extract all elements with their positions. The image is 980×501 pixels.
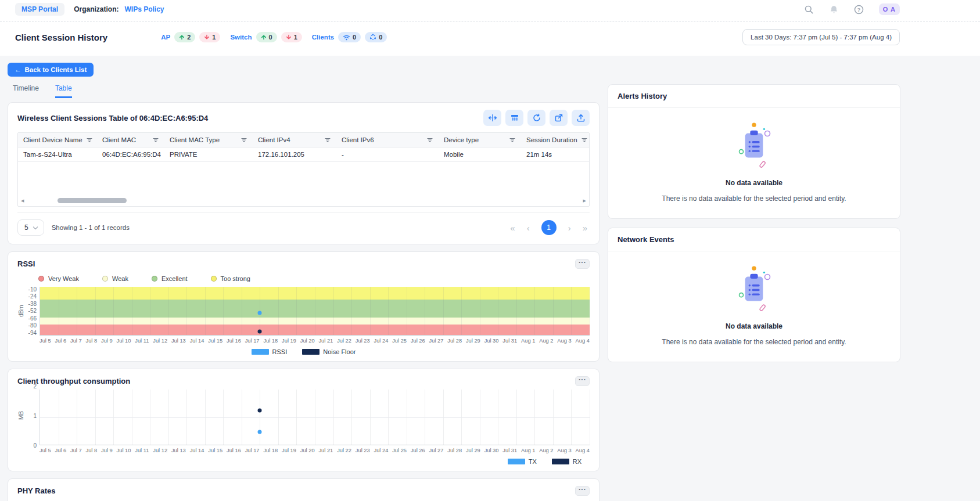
filter-icon[interactable]	[509, 136, 516, 143]
y-axis: -10-24-38-52-66-80-94	[24, 287, 40, 336]
gridline	[168, 287, 169, 335]
more-options-icon[interactable]: ...	[575, 376, 590, 386]
switch-stat-label[interactable]: Switch	[230, 34, 252, 41]
scroll-right-icon[interactable]: ▶	[583, 199, 586, 203]
open-external-button[interactable]	[550, 110, 568, 126]
rssi-card: RSSI ... Very WeakWeakExcellentToo stron…	[8, 251, 600, 362]
help-icon[interactable]: ?	[854, 5, 864, 15]
threshold-legend: Very WeakWeakExcellentToo strong	[38, 275, 590, 282]
legend-item: Too strong	[211, 275, 250, 282]
horizontal-scrollbar[interactable]: ◀ ▶	[18, 197, 589, 206]
network-events-card: Network Events	[608, 228, 900, 362]
export-button[interactable]	[572, 110, 590, 126]
notifications-bell-icon[interactable]	[829, 5, 839, 15]
column-header-label: Client Device Name	[23, 136, 82, 143]
column-header-label: Device type	[444, 136, 479, 143]
x-tick-label: Jul 12	[153, 338, 167, 344]
plot-region	[40, 390, 590, 445]
scrollbar-track[interactable]	[27, 198, 580, 203]
switch-up-count: 0	[269, 34, 272, 41]
wired-clients-badge[interactable]: 0	[365, 32, 387, 42]
page-size-value: 5	[24, 224, 28, 232]
ap-up-badge[interactable]: 2	[174, 32, 195, 42]
x-tick-label: Jul 9	[101, 338, 113, 344]
page-size-select[interactable]: 5	[17, 219, 44, 236]
y-tick-label: 1	[33, 413, 37, 419]
scroll-left-icon[interactable]: ◀	[21, 199, 24, 203]
search-icon[interactable]	[804, 5, 814, 15]
table-cell: 06:4D:EC:A6:95:D4	[97, 147, 164, 162]
weak-swatch-icon	[102, 276, 108, 282]
x-tick-label: Jul 5	[40, 448, 51, 453]
rssi-data-point	[258, 311, 262, 315]
wired-clients-count: 0	[379, 34, 382, 41]
entity-stats: AP 2 1 Switch 0 1 Clients 0	[161, 32, 387, 42]
gridline	[95, 287, 96, 335]
legend-item: TX	[508, 458, 537, 465]
x-tick-label: Jul 25	[392, 448, 407, 453]
columns-icon	[510, 113, 519, 122]
filter-icon[interactable]	[86, 136, 93, 143]
gridline	[590, 287, 590, 335]
table-row[interactable]: Tam-s-S24-Ultra06:4D:EC:A6:95:D4PRIVATE1…	[18, 147, 589, 162]
ap-stat-label[interactable]: AP	[161, 34, 170, 41]
msp-portal-link[interactable]: MSP Portal	[15, 3, 64, 16]
more-options-icon[interactable]: ...	[575, 486, 590, 496]
noise-floor-data-point	[258, 329, 262, 333]
first-page-button[interactable]: «	[510, 224, 515, 232]
x-tick-label: Jul 7	[70, 338, 82, 344]
gridline	[40, 417, 590, 418]
table-head: Client Device NameClient MACClient MAC T…	[18, 133, 589, 147]
switch-up-badge[interactable]: 0	[256, 32, 277, 42]
table-cell: Tam-s-S24-Ultra	[18, 147, 97, 162]
fit-columns-button[interactable]	[483, 110, 501, 126]
wireless-clients-badge[interactable]: 0	[338, 32, 361, 42]
table-empty-space	[18, 162, 589, 197]
x-tick-label: Jul 8	[86, 448, 98, 453]
current-page-button[interactable]: 1	[541, 220, 557, 235]
legend-label: Noise Floor	[323, 348, 356, 355]
filter-icon[interactable]	[152, 136, 159, 143]
legend-item: RX	[552, 458, 581, 465]
tab-timeline[interactable]: Timeline	[13, 84, 39, 98]
x-tick-label: Jul 13	[171, 338, 186, 344]
more-options-icon[interactable]: ...	[575, 259, 590, 269]
next-page-button[interactable]: ›	[568, 224, 571, 232]
rx-swatch-icon	[552, 459, 569, 464]
x-tick-label: Aug 3	[557, 338, 571, 344]
filter-icon[interactable]	[581, 136, 588, 143]
previous-page-button[interactable]: ‹	[527, 224, 530, 232]
columns-button[interactable]	[505, 110, 523, 126]
clients-stat-label[interactable]: Clients	[312, 34, 334, 41]
x-tick-label: Jul 6	[55, 338, 67, 344]
organization-name-link[interactable]: WIPs Policy	[124, 5, 164, 13]
alerts-history-title: Alerts History	[618, 92, 667, 100]
date-range-picker[interactable]: Last 30 Days: 7:37 pm (Jul 5) - 7:37 pm …	[742, 29, 900, 45]
records-summary: Showing 1 - 1 of 1 records	[52, 224, 130, 231]
x-tick-label: Jul 23	[356, 448, 370, 453]
x-tick-label: Jul 25	[392, 338, 407, 344]
table-container: Client Device NameClient MACClient MAC T…	[17, 132, 590, 207]
back-to-clients-button[interactable]: ← Back to Clients List	[8, 63, 94, 77]
last-page-button[interactable]: »	[583, 224, 587, 232]
gridline	[461, 287, 462, 335]
x-tick-label: Jul 28	[447, 338, 462, 344]
excellent-swatch-icon	[152, 276, 157, 282]
x-tick-label: Jul 28	[447, 448, 462, 453]
scrollbar-thumb[interactable]	[58, 198, 127, 203]
filter-icon[interactable]	[324, 136, 331, 143]
legend-label: RX	[573, 458, 581, 465]
network-events-title: Network Events	[618, 235, 674, 244]
refresh-button[interactable]	[527, 110, 545, 126]
legend-label: Excellent	[161, 275, 188, 282]
filter-icon[interactable]	[426, 136, 433, 143]
switch-down-badge[interactable]: 1	[281, 32, 302, 42]
column-header-label: Client IPv4	[258, 136, 290, 143]
phy-rates-title: PHY Rates	[17, 486, 56, 495]
series-legend: RSSINoise Floor	[17, 348, 590, 355]
user-avatar[interactable]: O A	[879, 3, 900, 15]
no-data-illustration-icon	[727, 121, 781, 174]
ap-down-badge[interactable]: 1	[199, 32, 220, 42]
tab-table[interactable]: Table	[55, 84, 72, 98]
filter-icon[interactable]	[240, 136, 247, 143]
